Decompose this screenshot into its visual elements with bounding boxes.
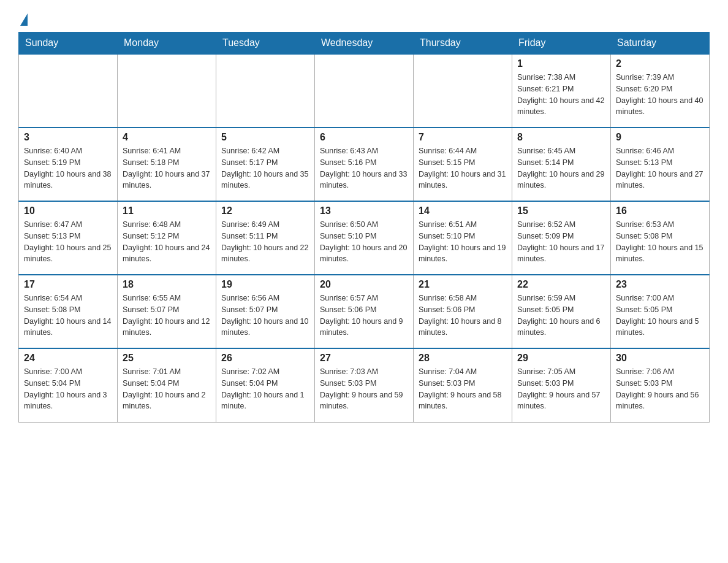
calendar-cell: 30Sunrise: 7:06 AMSunset: 5:03 PMDayligh… <box>611 348 710 422</box>
day-of-week-header: Friday <box>512 33 611 55</box>
day-number: 3 <box>24 132 112 143</box>
day-of-week-header: Tuesday <box>216 33 315 55</box>
day-number: 13 <box>320 205 408 216</box>
day-info: Sunrise: 6:47 AMSunset: 5:13 PMDaylight:… <box>24 219 112 265</box>
day-number: 12 <box>221 205 309 216</box>
day-number: 27 <box>320 353 408 364</box>
calendar-cell: 21Sunrise: 6:58 AMSunset: 5:06 PMDayligh… <box>414 275 512 348</box>
day-of-week-header: Saturday <box>611 33 710 55</box>
day-of-week-header: Wednesday <box>315 33 414 55</box>
day-of-week-header: Thursday <box>414 33 512 55</box>
calendar-cell: 24Sunrise: 7:00 AMSunset: 5:04 PMDayligh… <box>19 348 118 422</box>
day-info: Sunrise: 6:45 AMSunset: 5:14 PMDaylight:… <box>517 145 605 191</box>
day-info: Sunrise: 6:43 AMSunset: 5:16 PMDaylight:… <box>320 145 408 191</box>
calendar-cell: 2Sunrise: 7:39 AMSunset: 6:20 PMDaylight… <box>611 54 710 128</box>
day-info: Sunrise: 6:56 AMSunset: 5:07 PMDaylight:… <box>221 293 309 339</box>
day-info: Sunrise: 6:52 AMSunset: 5:09 PMDaylight:… <box>517 219 605 265</box>
calendar-week-row: 17Sunrise: 6:54 AMSunset: 5:08 PMDayligh… <box>19 275 710 348</box>
calendar-cell <box>414 54 512 128</box>
calendar-cell: 22Sunrise: 6:59 AMSunset: 5:05 PMDayligh… <box>512 275 611 348</box>
day-info: Sunrise: 6:49 AMSunset: 5:11 PMDaylight:… <box>221 219 309 265</box>
day-info: Sunrise: 6:51 AMSunset: 5:10 PMDaylight:… <box>419 219 507 265</box>
day-info: Sunrise: 6:42 AMSunset: 5:17 PMDaylight:… <box>221 145 309 191</box>
day-number: 11 <box>123 205 211 216</box>
day-number: 28 <box>419 353 507 364</box>
calendar-cell: 15Sunrise: 6:52 AMSunset: 5:09 PMDayligh… <box>512 201 611 275</box>
day-number: 23 <box>616 279 704 290</box>
day-number: 15 <box>517 205 605 216</box>
day-info: Sunrise: 6:55 AMSunset: 5:07 PMDaylight:… <box>123 293 211 339</box>
calendar-cell: 6Sunrise: 6:43 AMSunset: 5:16 PMDaylight… <box>315 128 414 201</box>
calendar-cell: 29Sunrise: 7:05 AMSunset: 5:03 PMDayligh… <box>512 348 611 422</box>
calendar-cell <box>19 54 118 128</box>
calendar-cell: 5Sunrise: 6:42 AMSunset: 5:17 PMDaylight… <box>216 128 315 201</box>
day-info: Sunrise: 6:53 AMSunset: 5:08 PMDaylight:… <box>616 219 704 265</box>
day-info: Sunrise: 7:39 AMSunset: 6:20 PMDaylight:… <box>616 72 704 118</box>
day-number: 24 <box>24 353 112 364</box>
calendar-header-row: SundayMondayTuesdayWednesdayThursdayFrid… <box>19 33 710 55</box>
day-info: Sunrise: 7:01 AMSunset: 5:04 PMDaylight:… <box>123 366 211 412</box>
day-info: Sunrise: 6:48 AMSunset: 5:12 PMDaylight:… <box>123 219 211 265</box>
calendar-week-row: 24Sunrise: 7:00 AMSunset: 5:04 PMDayligh… <box>19 348 710 422</box>
calendar-cell: 19Sunrise: 6:56 AMSunset: 5:07 PMDayligh… <box>216 275 315 348</box>
day-number: 18 <box>123 279 211 290</box>
day-number: 6 <box>320 132 408 143</box>
day-number: 21 <box>419 279 507 290</box>
day-info: Sunrise: 7:05 AMSunset: 5:03 PMDaylight:… <box>517 366 605 412</box>
day-number: 2 <box>616 58 704 69</box>
calendar-week-row: 3Sunrise: 6:40 AMSunset: 5:19 PMDaylight… <box>19 128 710 201</box>
calendar-cell: 1Sunrise: 7:38 AMSunset: 6:21 PMDaylight… <box>512 54 611 128</box>
calendar-cell <box>118 54 216 128</box>
calendar-cell: 28Sunrise: 7:04 AMSunset: 5:03 PMDayligh… <box>414 348 512 422</box>
day-number: 20 <box>320 279 408 290</box>
day-number: 5 <box>221 132 309 143</box>
day-info: Sunrise: 6:59 AMSunset: 5:05 PMDaylight:… <box>517 293 605 339</box>
day-info: Sunrise: 7:06 AMSunset: 5:03 PMDaylight:… <box>616 366 704 412</box>
day-number: 9 <box>616 132 704 143</box>
calendar-cell: 13Sunrise: 6:50 AMSunset: 5:10 PMDayligh… <box>315 201 414 275</box>
day-info: Sunrise: 7:02 AMSunset: 5:04 PMDaylight:… <box>221 366 309 412</box>
day-number: 22 <box>517 279 605 290</box>
day-info: Sunrise: 7:00 AMSunset: 5:04 PMDaylight:… <box>24 366 112 412</box>
day-number: 4 <box>123 132 211 143</box>
calendar-cell: 10Sunrise: 6:47 AMSunset: 5:13 PMDayligh… <box>19 201 118 275</box>
day-info: Sunrise: 6:57 AMSunset: 5:06 PMDaylight:… <box>320 293 408 339</box>
day-of-week-header: Monday <box>118 33 216 55</box>
logo-triangle-icon <box>20 13 28 26</box>
calendar-cell: 20Sunrise: 6:57 AMSunset: 5:06 PMDayligh… <box>315 275 414 348</box>
calendar-cell: 26Sunrise: 7:02 AMSunset: 5:04 PMDayligh… <box>216 348 315 422</box>
day-info: Sunrise: 6:58 AMSunset: 5:06 PMDaylight:… <box>419 293 507 339</box>
calendar-cell: 17Sunrise: 6:54 AMSunset: 5:08 PMDayligh… <box>19 275 118 348</box>
day-number: 25 <box>123 353 211 364</box>
day-info: Sunrise: 6:40 AMSunset: 5:19 PMDaylight:… <box>24 145 112 191</box>
day-info: Sunrise: 6:44 AMSunset: 5:15 PMDaylight:… <box>419 145 507 191</box>
day-info: Sunrise: 7:00 AMSunset: 5:05 PMDaylight:… <box>616 293 704 339</box>
calendar-table: SundayMondayTuesdayWednesdayThursdayFrid… <box>18 32 710 423</box>
day-number: 8 <box>517 132 605 143</box>
calendar-cell <box>216 54 315 128</box>
calendar-cell: 12Sunrise: 6:49 AMSunset: 5:11 PMDayligh… <box>216 201 315 275</box>
day-number: 10 <box>24 205 112 216</box>
calendar-cell: 3Sunrise: 6:40 AMSunset: 5:19 PMDaylight… <box>19 128 118 201</box>
day-number: 30 <box>616 353 704 364</box>
page-header <box>18 12 710 26</box>
calendar-cell: 18Sunrise: 6:55 AMSunset: 5:07 PMDayligh… <box>118 275 216 348</box>
calendar-week-row: 1Sunrise: 7:38 AMSunset: 6:21 PMDaylight… <box>19 54 710 128</box>
calendar-week-row: 10Sunrise: 6:47 AMSunset: 5:13 PMDayligh… <box>19 201 710 275</box>
calendar-cell: 25Sunrise: 7:01 AMSunset: 5:04 PMDayligh… <box>118 348 216 422</box>
calendar-cell: 23Sunrise: 7:00 AMSunset: 5:05 PMDayligh… <box>611 275 710 348</box>
day-of-week-header: Sunday <box>19 33 118 55</box>
day-info: Sunrise: 6:54 AMSunset: 5:08 PMDaylight:… <box>24 293 112 339</box>
day-number: 7 <box>419 132 507 143</box>
logo <box>18 12 28 26</box>
day-number: 17 <box>24 279 112 290</box>
calendar-cell: 14Sunrise: 6:51 AMSunset: 5:10 PMDayligh… <box>414 201 512 275</box>
day-info: Sunrise: 7:38 AMSunset: 6:21 PMDaylight:… <box>517 72 605 118</box>
calendar-cell: 11Sunrise: 6:48 AMSunset: 5:12 PMDayligh… <box>118 201 216 275</box>
calendar-cell <box>315 54 414 128</box>
calendar-cell: 8Sunrise: 6:45 AMSunset: 5:14 PMDaylight… <box>512 128 611 201</box>
day-info: Sunrise: 7:04 AMSunset: 5:03 PMDaylight:… <box>419 366 507 412</box>
calendar-cell: 27Sunrise: 7:03 AMSunset: 5:03 PMDayligh… <box>315 348 414 422</box>
day-number: 1 <box>517 58 605 69</box>
day-info: Sunrise: 6:46 AMSunset: 5:13 PMDaylight:… <box>616 145 704 191</box>
